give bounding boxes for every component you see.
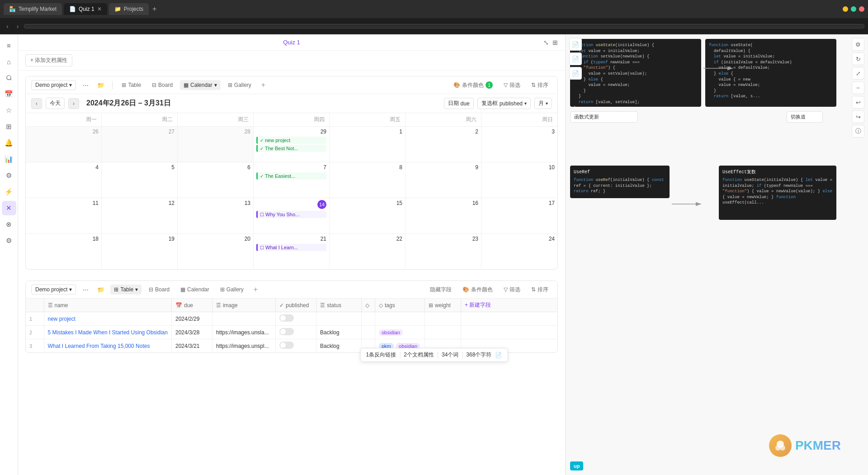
calendar-prev-button[interactable]: ‹: [31, 98, 42, 109]
add-property-button[interactable]: + 添加文档属性: [25, 54, 72, 66]
tab-templify-market[interactable]: 🏪 Templify Market: [4, 3, 62, 15]
sidebar-icon-bolt[interactable]: ⚡: [2, 185, 16, 199]
view-mode-selector[interactable]: 月 ▾: [534, 98, 552, 109]
cell-name-1[interactable]: new project: [44, 312, 171, 326]
db2-view-table[interactable]: ⊞ Table ▾: [110, 285, 142, 294]
add-db2-view-button[interactable]: +: [251, 285, 260, 294]
db1-more-button[interactable]: ⋯: [80, 79, 91, 91]
filter-button[interactable]: ▽ 筛选: [500, 80, 524, 91]
link-new-project[interactable]: new project: [48, 316, 75, 322]
filter-color-button[interactable]: 🎨 条件颜色 1: [450, 80, 496, 91]
back-button[interactable]: ‹: [4, 21, 11, 32]
th-due[interactable]: 📅 due: [171, 299, 212, 312]
sidebar-icon-layers[interactable]: ⊗: [2, 217, 16, 232]
th-published[interactable]: ✓ published: [275, 299, 316, 312]
rp-back-icon[interactable]: ↩: [852, 96, 864, 109]
page-title[interactable]: Quiz 1: [283, 39, 300, 46]
th-add-field[interactable]: + 新建字段: [461, 299, 557, 312]
chevron-down-icon-view: ▾: [546, 101, 548, 106]
db1-view-board[interactable]: ⊟ Board: [148, 80, 176, 90]
doc-icon-1[interactable]: 📄: [569, 38, 582, 51]
db1-view-calendar[interactable]: ▦ Calendar ▾: [180, 80, 221, 90]
today-button[interactable]: 今天: [46, 98, 65, 109]
sidebar-icon-settings2[interactable]: ⚙: [2, 233, 16, 248]
rp-refresh-icon[interactable]: ↻: [852, 52, 864, 65]
cal-event-what-i-learn[interactable]: ☐ What I Learn...: [256, 244, 326, 251]
tab-close-quiz1[interactable]: ✕: [97, 6, 102, 12]
rp-forward-icon[interactable]: ↪: [852, 110, 864, 123]
sort-button[interactable]: ⇅ 排序: [528, 80, 552, 91]
sidebar-icon-calendar[interactable]: 📅: [2, 87, 16, 101]
address-bar[interactable]: [24, 24, 864, 28]
tab-quiz1[interactable]: 📄 Quiz 1 ✕: [64, 3, 107, 15]
cell-published-2[interactable]: [275, 326, 316, 339]
rp-minus-icon[interactable]: −: [852, 81, 864, 94]
preview-field-selector[interactable]: 复选框 published ▾: [477, 98, 531, 109]
th-name[interactable]: ☰ name: [44, 299, 171, 312]
split-view-icon[interactable]: ⊞: [552, 39, 558, 46]
close-button[interactable]: [859, 6, 864, 12]
th-status[interactable]: ☰ status: [316, 299, 361, 312]
sidebar-icon-chart[interactable]: 📊: [2, 152, 16, 166]
rp-settings-icon[interactable]: ⚙: [852, 38, 864, 51]
add-view-button[interactable]: +: [259, 80, 268, 90]
th-weight[interactable]: ⊞ weight: [425, 299, 461, 312]
db1-view-table[interactable]: ⊞ Table: [118, 80, 145, 90]
doc-icon-3[interactable]: 📄: [569, 67, 582, 80]
cell-published-1[interactable]: [275, 312, 316, 326]
add-field-button[interactable]: + 新建字段: [465, 302, 491, 308]
forward-button[interactable]: ›: [14, 21, 22, 32]
link-obsidian[interactable]: 5 Mistakes I Made When I Started Using O…: [48, 329, 168, 336]
tag-obsidian[interactable]: obsidian: [379, 329, 403, 336]
sidebar-icon-settings-small[interactable]: ⚙: [2, 168, 16, 183]
doc-icon-2[interactable]: 📄: [569, 52, 582, 65]
db1-folder-button[interactable]: 📁: [95, 79, 107, 91]
sidebar-icon-search[interactable]: [2, 71, 16, 85]
rp-info-icon[interactable]: ⓘ: [852, 125, 864, 138]
cal-event-new-project[interactable]: ✓ new project: [256, 137, 326, 144]
db1-view-gallery[interactable]: ⊞ Gallery: [224, 80, 255, 90]
cell-name-3[interactable]: What I Learned From Taking 15,000 Notes: [44, 339, 171, 353]
link-15000-notes[interactable]: What I Learned From Taking 15,000 Notes: [48, 343, 150, 349]
sidebar-icon-home[interactable]: ⌂: [2, 54, 16, 69]
cal-event-why-you[interactable]: ☐ Why You Sho...: [256, 211, 326, 218]
cal-event-best-not[interactable]: ✓ The Best Not...: [256, 145, 326, 152]
db1-project-selector[interactable]: Demo project ▾: [31, 80, 76, 90]
db2-project-selector[interactable]: Demo project ▾: [31, 285, 76, 294]
minimize-button[interactable]: [843, 6, 848, 12]
cell-name-2[interactable]: 5 Mistakes I Made When I Started Using O…: [44, 326, 171, 339]
th-link[interactable]: ◇: [361, 299, 375, 312]
db2-view-gallery[interactable]: ⊞ Gallery: [217, 285, 247, 294]
date-field-selector[interactable]: 日期 due: [444, 98, 474, 109]
up-button[interactable]: up: [570, 461, 583, 470]
th-tags[interactable]: ◇ tags: [375, 299, 425, 312]
sidebar-icon-star[interactable]: ☆: [2, 103, 16, 118]
cal-event-easiest[interactable]: ✓ The Easiest...: [256, 172, 326, 180]
db2-hide-fields-button[interactable]: 隐藏字段: [426, 284, 455, 295]
db2-more-button[interactable]: ⋯: [80, 284, 91, 295]
sidebar-icon-bell[interactable]: 🔔: [2, 136, 16, 150]
tab-favicon-quiz: 📄: [69, 6, 76, 12]
sidebar-icon-x[interactable]: ✕: [2, 201, 16, 215]
db2-sort-button[interactable]: ⇅ 排序: [528, 284, 552, 295]
calendar-next-button[interactable]: ›: [68, 98, 79, 109]
toggle-published-3[interactable]: [279, 342, 294, 349]
tab-projects[interactable]: 📁 Projects: [109, 3, 149, 15]
cal-day-mar5: 5: [102, 162, 178, 198]
db2-view-board[interactable]: ⊟ Board: [145, 285, 173, 294]
sidebar-icon-menu[interactable]: ≡: [2, 38, 16, 52]
add-tab-button[interactable]: +: [151, 3, 158, 15]
db2-filter-button[interactable]: ▽ 筛选: [500, 284, 524, 295]
rp-expand-icon[interactable]: ⤢: [852, 67, 864, 80]
cell-published-3[interactable]: [275, 339, 316, 353]
db2-filter-color-button[interactable]: 🎨 条件颜色: [459, 284, 496, 295]
th-image[interactable]: ☰ image: [212, 299, 275, 312]
toggle-published-1[interactable]: [279, 314, 294, 322]
expand-icon[interactable]: ⤡: [543, 39, 549, 46]
maximize-button[interactable]: [851, 6, 856, 12]
db2-folder-button[interactable]: 📁: [95, 284, 107, 295]
tooltip-file-icon: 📄: [495, 352, 502, 358]
sidebar-icon-grid[interactable]: ⊞: [2, 119, 16, 134]
toggle-published-2[interactable]: [279, 328, 294, 335]
db2-view-calendar[interactable]: ▦ Calendar: [177, 285, 213, 294]
